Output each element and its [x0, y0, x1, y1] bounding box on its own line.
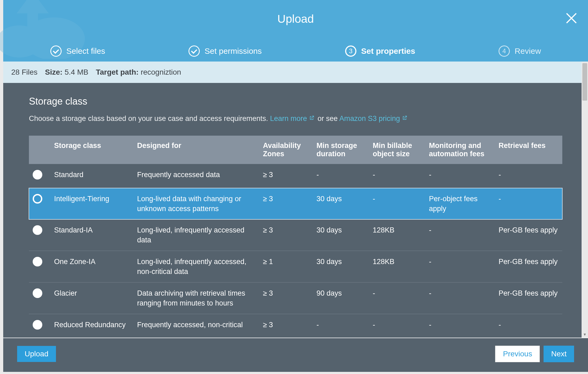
upload-button[interactable]: Upload: [17, 346, 56, 362]
cell-class: Intelligent-Tiering: [50, 188, 133, 219]
step-set-properties[interactable]: 3 Set properties: [345, 45, 415, 57]
modal-header: Upload Select files Set permissions 3 Se…: [3, 0, 588, 62]
cell-designed: Data archiving with retrieval times rang…: [133, 283, 259, 314]
cell-duration: 30 days: [313, 188, 369, 219]
cell-az: ≥ 3: [259, 188, 313, 219]
cell-class: Glacier: [50, 283, 133, 314]
cell-duration: 90 days: [313, 283, 369, 314]
checkmark-icon: [189, 45, 200, 57]
modal-footer: Upload Previous Next: [3, 338, 588, 372]
cell-size: 128KB: [369, 251, 425, 283]
close-icon: [566, 12, 577, 24]
step-review[interactable]: 4 Review: [499, 45, 541, 57]
target-path-group: Target path: recogniztion: [96, 68, 181, 77]
cell-designed: Frequently accessed, non-critical: [133, 314, 259, 338]
radio-button[interactable]: [33, 257, 42, 266]
radio-button[interactable]: [33, 288, 42, 298]
cell-retrieval: Per-GB fees apply: [495, 283, 562, 314]
table-row[interactable]: Reduced RedundancyFrequently accessed, n…: [29, 314, 562, 338]
table-row[interactable]: Intelligent-TieringLong-lived data with …: [29, 188, 562, 219]
col-min-storage-duration: Min storage duration: [313, 136, 369, 164]
step-number-icon: 3: [345, 45, 356, 57]
col-storage-class: Storage class: [50, 136, 133, 164]
step-label: Set permissions: [205, 47, 262, 56]
col-monitoring-fees: Monitoring and automation fees: [425, 136, 495, 164]
cell-size: -: [369, 314, 425, 338]
cell-az: ≥ 3: [259, 164, 313, 188]
cell-designed: Frequently accessed data: [133, 164, 259, 188]
storage-class-section: Storage class Choose a storage class bas…: [3, 83, 588, 338]
cell-designed: Long-lived, infrequently accessed data: [133, 219, 259, 251]
table-row[interactable]: GlacierData archiving with retrieval tim…: [29, 283, 562, 314]
step-label: Review: [515, 47, 541, 56]
radio-button[interactable]: [33, 225, 42, 235]
cell-class: Standard: [50, 164, 133, 188]
section-heading: Storage class: [29, 96, 562, 107]
cell-az: ≥ 1: [259, 251, 313, 283]
file-count: 28 Files: [11, 68, 37, 77]
cell-class: One Zone-IA: [50, 251, 133, 283]
modal-title: Upload: [3, 0, 588, 25]
col-designed-for: Designed for: [133, 136, 259, 164]
cell-retrieval: -: [495, 164, 562, 188]
close-button[interactable]: [566, 12, 577, 25]
step-label: Select files: [66, 47, 105, 56]
size-group: Size: 5.4 MB: [45, 68, 88, 77]
upload-summary-bar: 28 Files Size: 5.4 MB Target path: recog…: [3, 62, 588, 83]
cell-size: -: [369, 188, 425, 219]
section-description: Choose a storage class based on your use…: [29, 115, 562, 123]
table-header-row: Storage class Designed for Availability …: [29, 136, 562, 164]
cell-size: 128KB: [369, 219, 425, 251]
learn-more-link[interactable]: Learn more: [270, 115, 316, 123]
table-row[interactable]: StandardFrequently accessed data≥ 3----: [29, 164, 562, 188]
cell-monitoring: -: [425, 164, 495, 188]
cell-retrieval: Per-GB fees apply: [495, 251, 562, 283]
radio-button[interactable]: [33, 170, 42, 180]
step-select-files[interactable]: Select files: [50, 45, 105, 57]
scroll-down-arrow[interactable]: ▼: [582, 332, 587, 337]
cell-retrieval: -: [495, 188, 562, 219]
radio-button[interactable]: [33, 320, 42, 330]
cell-class: Standard-IA: [50, 219, 133, 251]
step-number-icon: 4: [499, 45, 510, 57]
external-link-icon: [309, 115, 315, 121]
external-link-icon: [402, 115, 408, 121]
checkmark-icon: [50, 45, 62, 57]
cell-duration: -: [313, 164, 369, 188]
upload-modal: Upload Select files Set permissions 3 Se…: [3, 0, 588, 372]
col-min-billable-size: Min billable object size: [369, 136, 425, 164]
cell-size: -: [369, 283, 425, 314]
col-availability-zones: Availability Zones: [259, 136, 313, 164]
scroll-thumb[interactable]: [582, 63, 587, 101]
next-button[interactable]: Next: [544, 346, 574, 362]
cell-monitoring: -: [425, 314, 495, 338]
cell-az: ≥ 3: [259, 219, 313, 251]
cell-duration: 30 days: [313, 219, 369, 251]
cell-monitoring: -: [425, 251, 495, 283]
col-retrieval-fees: Retrieval fees: [495, 136, 562, 164]
cell-designed: Long-lived, infrequently accessed, non-c…: [133, 251, 259, 283]
step-label: Set properties: [361, 47, 415, 56]
cell-monitoring: Per-object fees apply: [425, 188, 495, 219]
modal-body: 28 Files Size: 5.4 MB Target path: recog…: [3, 62, 588, 338]
cell-monitoring: -: [425, 283, 495, 314]
wizard-steps: Select files Set permissions 3 Set prope…: [3, 45, 588, 57]
scrollbar[interactable]: ▼: [582, 62, 588, 338]
table-row[interactable]: Standard-IALong-lived, infrequently acce…: [29, 219, 562, 251]
radio-button[interactable]: [33, 194, 42, 204]
cell-az: ≥ 3: [259, 314, 313, 338]
cell-designed: Long-lived data with changing or unknown…: [133, 188, 259, 219]
previous-button[interactable]: Previous: [495, 346, 540, 362]
cell-duration: -: [313, 314, 369, 338]
cell-monitoring: -: [425, 219, 495, 251]
cell-class: Reduced Redundancy: [50, 314, 133, 338]
table-row[interactable]: One Zone-IALong-lived, infrequently acce…: [29, 251, 562, 283]
cell-retrieval: Per-GB fees apply: [495, 219, 562, 251]
step-set-permissions[interactable]: Set permissions: [189, 45, 262, 57]
cell-az: ≥ 3: [259, 283, 313, 314]
cell-size: -: [369, 164, 425, 188]
s3-pricing-link[interactable]: Amazon S3 pricing: [339, 115, 409, 123]
cell-retrieval: -: [495, 314, 562, 338]
storage-class-table: Storage class Designed for Availability …: [29, 136, 562, 338]
cell-duration: 30 days: [313, 251, 369, 283]
